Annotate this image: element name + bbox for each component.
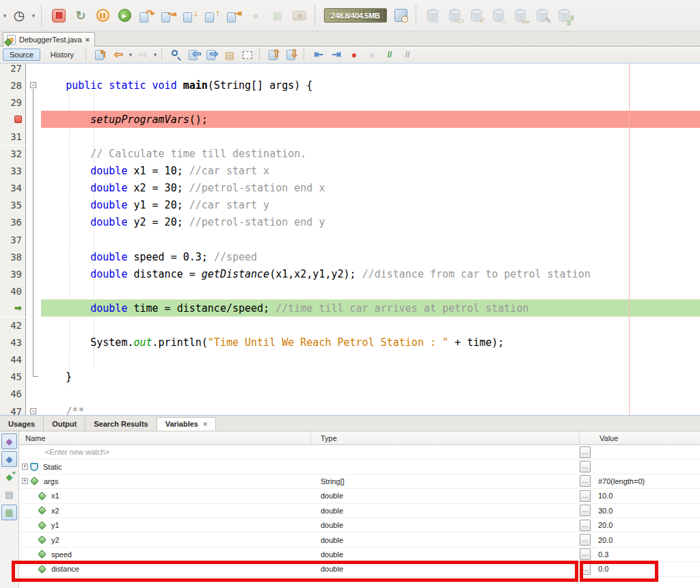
value-editor-button[interactable]: …	[580, 446, 591, 458]
step-into-icon[interactable]: ↓	[181, 7, 199, 25]
new-watch-button[interactable]: ◆+	[1, 469, 17, 485]
last-edit-location-icon[interactable]: ↰	[93, 47, 108, 62]
table-row-x1[interactable]: x1double…10.0	[19, 489, 700, 503]
panel-tab-close-icon[interactable]: ×	[203, 420, 207, 428]
value-editor-button[interactable]: …	[580, 475, 591, 487]
table-row-args[interactable]: +argsString[]…#70(length=0)	[19, 475, 700, 489]
code-text[interactable]	[41, 128, 700, 145]
code-text[interactable]: double y2 = 20; //petrol-station end y	[41, 214, 700, 231]
code-text[interactable]	[41, 231, 700, 248]
previous-bookmark-icon[interactable]: ⇧	[267, 47, 282, 62]
gutter-line-32[interactable]: 32	[0, 146, 26, 163]
code-line-41[interactable]: ➡ double time = distance/speed; //time t…	[0, 299, 700, 317]
reset-session-icon[interactable]: ↻	[72, 7, 90, 25]
gutter-line-41[interactable]: ➡	[0, 299, 26, 317]
value-editor-button[interactable]: …	[580, 548, 591, 560]
column-header-name[interactable]: Name	[19, 431, 311, 444]
show-watches-button[interactable]: ◆	[1, 433, 17, 449]
code-text[interactable]	[41, 282, 700, 299]
code-line-45[interactable]: 45 }	[0, 369, 700, 386]
history-view-button[interactable]: History	[44, 49, 80, 60]
debug-session-dropdown[interactable]: ▾	[30, 12, 37, 19]
code-text[interactable]: public static void main(String[] args) {	[41, 77, 700, 94]
finish-debugger-icon[interactable]	[50, 7, 68, 25]
code-line-40[interactable]: 40	[0, 282, 700, 299]
code-text[interactable]: double distance = getDistance(x1,x2,y1,y…	[41, 265, 700, 282]
profiler-cube-icon[interactable]: ◔	[392, 7, 409, 25]
shift-line-right-icon[interactable]: ⇥	[329, 47, 344, 62]
code-text[interactable]: double x1 = 10; //car start x	[41, 163, 700, 180]
table-row-Static[interactable]: +Static…	[19, 459, 700, 474]
table-row-x2[interactable]: x2double…30.0	[19, 504, 700, 518]
column-header-value[interactable]: Value	[580, 431, 700, 444]
gutter-line-38[interactable]: 38	[0, 248, 26, 265]
step-over-expression-icon[interactable]: ↝	[159, 7, 177, 25]
step-out-icon[interactable]: ↑	[203, 7, 221, 25]
gutter-line-45[interactable]: 45	[0, 369, 26, 386]
next-bookmark-icon[interactable]: ⇩	[284, 47, 299, 62]
code-line-30[interactable]: setupProgramVars();	[0, 111, 700, 128]
fold-collapse-icon[interactable]: −	[30, 408, 36, 414]
expand-icon[interactable]: +	[22, 478, 28, 484]
code-text[interactable]	[41, 317, 700, 334]
forward-dropdown[interactable]: ▾	[152, 51, 159, 58]
gutter-line-34[interactable]: 34	[0, 180, 26, 197]
continue-icon[interactable]: ▶	[116, 7, 133, 25]
show-evaluation-result-button[interactable]: ◆	[1, 451, 17, 467]
start-macro-recording-icon[interactable]: ●	[347, 47, 362, 62]
shift-line-left-icon[interactable]: ⇤	[311, 47, 326, 62]
code-line-27[interactable]: 27	[0, 64, 700, 77]
value-editor-button[interactable]: …	[580, 490, 591, 502]
code-text[interactable]: double x2 = 30; //petrol-station end x	[41, 180, 700, 197]
code-text[interactable]	[41, 64, 700, 77]
fold-collapse-icon[interactable]: −	[30, 82, 36, 88]
uncomment-icon[interactable]: //	[400, 47, 415, 62]
find-previous-icon[interactable]: ⇦	[187, 47, 202, 62]
code-line-38[interactable]: 38 double speed = 0.3; //speed	[0, 248, 700, 265]
gutter-line-42[interactable]: 42	[0, 317, 26, 334]
code-line-35[interactable]: 35 double y1 = 20; //car start y	[0, 197, 700, 214]
gutter-line-40[interactable]: 40	[0, 282, 26, 299]
code-text[interactable]: // Calculate time till destination.	[41, 146, 700, 163]
find-icon[interactable]	[169, 47, 184, 62]
code-text[interactable]	[41, 94, 700, 111]
gutter-line-29[interactable]: 29	[0, 94, 26, 111]
code-line-44[interactable]: 44	[0, 351, 700, 369]
panel-tab-variables[interactable]: Variables×	[157, 417, 217, 431]
value-editor-button[interactable]: …	[580, 534, 591, 546]
code-editor[interactable]: 2728 public static void main(String[] ar…	[0, 64, 700, 415]
code-line-29[interactable]: 29	[0, 94, 700, 111]
panel-tab-output[interactable]: Output	[44, 417, 85, 431]
gutter-line-37[interactable]: 37	[0, 231, 26, 248]
code-line-39[interactable]: 39 double distance = getDistance(x1,x2,y…	[0, 265, 700, 282]
debug-session-clock-icon[interactable]: ◷	[10, 7, 28, 25]
code-text[interactable]: setupProgramVars();	[41, 111, 700, 128]
code-line-42[interactable]: 42	[0, 317, 700, 334]
breakpoint-icon[interactable]	[14, 116, 22, 123]
code-line-32[interactable]: 32 // Calculate time till destination.	[0, 146, 700, 163]
gutter-line-43[interactable]: 43	[0, 334, 26, 351]
column-header-type[interactable]: Type	[311, 431, 580, 444]
code-text[interactable]: double y1 = 20; //car start y	[41, 197, 700, 214]
gutter-line-44[interactable]: 44	[0, 351, 26, 369]
table-view-button[interactable]: ▦	[1, 505, 17, 520]
panel-tab-search-results[interactable]: Search Results	[85, 417, 157, 431]
value-editor-button[interactable]: …	[580, 520, 591, 531]
expand-icon[interactable]: +	[22, 464, 28, 470]
tab-close-icon[interactable]: ×	[85, 36, 90, 44]
table-row-Enternewwatch[interactable]: <Enter new watch>…	[19, 445, 700, 459]
panel-tab-usages[interactable]: Usages	[0, 417, 44, 431]
memory-indicator[interactable]: 248.8/404.5MB	[324, 8, 387, 23]
code-line-34[interactable]: 34 double x2 = 30; //petrol-station end …	[0, 180, 700, 197]
find-next-icon[interactable]: ⇨	[204, 47, 219, 62]
back-dropdown[interactable]: ▾	[127, 51, 134, 58]
table-row-y1[interactable]: y1double…20.0	[19, 518, 700, 533]
gutter-line-39[interactable]: 39	[0, 265, 26, 282]
code-line-31[interactable]: 31	[0, 128, 700, 145]
code-text[interactable]: System.out.println("Time Until We Reach …	[41, 334, 700, 351]
table-row-speed[interactable]: speeddouble…0.3	[19, 548, 700, 562]
code-text[interactable]: double speed = 0.3; //speed	[41, 248, 700, 265]
variable-formatters-button[interactable]: ▤	[1, 487, 17, 503]
back-icon[interactable]: ⇦	[111, 47, 126, 62]
value-editor-button[interactable]: …	[580, 461, 591, 472]
